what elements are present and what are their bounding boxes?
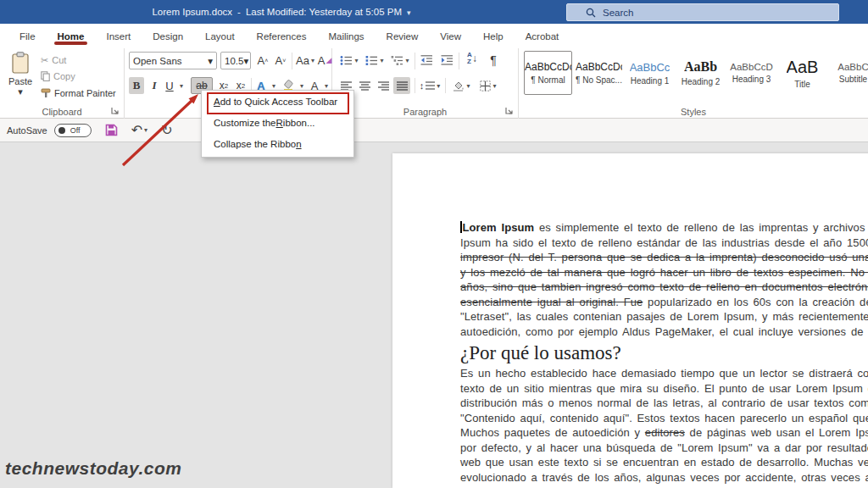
style-heading-2[interactable]: AaBbHeading 2 — [676, 51, 725, 95]
watermark-technewstoday: technewstoday.com — [5, 458, 181, 479]
align-right-button[interactable] — [375, 77, 392, 94]
tab-design[interactable]: Design — [142, 24, 194, 48]
doc-line: "Contenido aquí, contenido aquí". Estos … — [460, 411, 868, 426]
document-text[interactable]: Lorem Ipsum es simplemente el texto de r… — [460, 220, 868, 488]
document-page[interactable]: Lorem Ipsum es simplemente el texto de r… — [392, 153, 868, 488]
paste-button[interactable]: Paste ▾ — [5, 52, 36, 108]
copy-button[interactable]: Copy — [41, 69, 75, 84]
style-subtitle[interactable]: AaBbCSubtitle — [829, 51, 868, 95]
style-heading-3[interactable]: AaBbCcDHeading 3 — [727, 51, 776, 95]
autosave-state: Off — [70, 126, 81, 135]
strikethrough-text: editores — [645, 426, 685, 439]
doc-line: ejemplo insertándole humor y cosas por e… — [460, 485, 868, 488]
style-heading-1[interactable]: AaBbCcHeading 1 — [626, 51, 674, 95]
tab-acrobat[interactable]: Acrobat — [515, 24, 570, 48]
tab-label: References — [257, 31, 307, 42]
paragraph-group-label: Paragraph — [332, 107, 518, 117]
borders-button[interactable]: ▾ — [476, 77, 500, 94]
borders-grid-icon — [480, 80, 491, 92]
shading-button[interactable]: ▾ — [449, 77, 473, 94]
red-arrow-annotation — [110, 85, 212, 178]
tab-label: Acrobat — [526, 31, 559, 42]
tab-file[interactable]: File — [8, 24, 47, 48]
numbered-list-icon — [365, 55, 378, 66]
clipboard-group: Paste ▾ ✂ Cut Copy Format Painter — [0, 48, 125, 119]
show-paragraph-marks-button[interactable]: ¶ — [487, 52, 500, 69]
style-normal[interactable]: AaBbCcDc¶ Normal — [524, 51, 572, 95]
style-name: Heading 1 — [631, 76, 670, 86]
tab-insert[interactable]: Insert — [95, 24, 142, 48]
doc-line: evolucionado a través de los años, algun… — [460, 470, 868, 485]
tab-label: Home — [58, 31, 85, 42]
body-text: Ipsum ha sido el texto de relleno estánd… — [460, 236, 868, 249]
search-input[interactable]: Search — [566, 3, 839, 21]
body-text: Es un hecho establecido hace demasiado t… — [460, 367, 868, 380]
tab-view[interactable]: View — [429, 24, 472, 48]
paragraph-2: Es un hecho establecido hace demasiado t… — [460, 366, 868, 488]
menu-item-text: Customize the — [214, 118, 276, 128]
styles-group-label: Styles — [519, 107, 868, 117]
cut-button[interactable]: ✂ Cut — [41, 53, 66, 68]
grow-font-button[interactable]: A˄ — [254, 52, 271, 69]
justify-icon — [397, 81, 408, 91]
strikethrough-text: años, sino que tambien ingresó como text… — [460, 280, 868, 293]
tab-review[interactable]: Review — [376, 24, 430, 48]
tab-references[interactable]: References — [246, 24, 318, 48]
style-preview: AaB — [787, 58, 819, 77]
chevron-down-icon: ▾ — [311, 57, 314, 64]
doc-line: distribución más o menos normal de las l… — [460, 396, 868, 411]
tab-help[interactable]: Help — [472, 24, 515, 48]
chevron-down-icon[interactable]: ▾ — [407, 8, 411, 17]
doc-line: Ipsum ha sido el texto de relleno estánd… — [460, 236, 868, 251]
line-spacing-button[interactable]: ↕ ▾ — [417, 77, 442, 94]
increase-indent-button[interactable] — [437, 52, 456, 69]
tab-home[interactable]: Home — [47, 24, 96, 48]
copy-icon — [41, 71, 50, 81]
align-center-button[interactable] — [356, 77, 373, 94]
chevron-down-icon: ▾ — [466, 82, 470, 90]
strikethrough-text: esencialmente igual al original. Fue — [460, 296, 643, 308]
change-case-button[interactable]: Aa▾ — [294, 52, 316, 69]
chevron-down-icon: ▾ — [437, 82, 440, 90]
style-name: Subtitle — [839, 75, 867, 84]
tab-label: Design — [153, 31, 183, 42]
format-painter-button[interactable]: Format Painter — [41, 86, 116, 101]
numbering-button[interactable]: ▾ — [363, 52, 387, 69]
bullets-button[interactable]: ▾ — [337, 52, 361, 69]
justify-button[interactable] — [393, 77, 410, 94]
tab-label: File — [19, 31, 36, 42]
autosave-toggle[interactable]: Off — [54, 124, 92, 137]
body-text: "Contenido aquí, contenido aquí". Estos … — [460, 412, 868, 424]
shrink-font-button[interactable]: A˅ — [272, 52, 289, 69]
decrease-indent-button[interactable] — [417, 52, 436, 69]
doc-line: web que usan este texto si se encuentran… — [460, 455, 868, 470]
text-cursor — [460, 221, 462, 233]
clipboard-group-label: Clipboard — [0, 107, 124, 117]
style-title[interactable]: AaBTitle — [778, 51, 826, 95]
paragraph-group: ▾ ▾ ▾ — [332, 48, 519, 119]
paint-bucket-icon — [452, 80, 465, 92]
sort-button[interactable]: A Z ↓ — [461, 50, 483, 67]
autosave-label: AutoSave — [7, 125, 47, 136]
font-size-select[interactable]: 10.5 ▾ — [220, 52, 251, 69]
spacing-lines-icon — [426, 81, 435, 91]
multilevel-list-button[interactable]: ▾ — [388, 52, 412, 69]
menu-item-collapse-the-ribbon[interactable]: Collapse the Ribbon — [202, 133, 353, 154]
tab-mailings[interactable]: Mailings — [317, 24, 375, 48]
tab-layout[interactable]: Layout — [194, 24, 246, 48]
style-no-spac[interactable]: AaBbCcDc¶ No Spac... — [575, 51, 623, 95]
style-name: ¶ No Spac... — [576, 75, 622, 85]
doc-line: esencialmente igual al original. Fue pop… — [460, 295, 868, 310]
doc-line: por defecto, y al hacer una búsqueda de … — [460, 441, 868, 456]
chevron-down-icon: ▾ — [325, 82, 328, 90]
menu-item-text: Collapse the Ribbo — [214, 139, 296, 149]
paragraph-dialog-launcher[interactable] — [505, 107, 514, 115]
body-text: web que usan este texto si se encuentran… — [460, 456, 868, 469]
chevron-down-icon: ▾ — [300, 82, 303, 90]
font-name-select[interactable]: Open Sans ▾ — [129, 52, 217, 69]
clear-formatting-button[interactable]: A◢ — [318, 52, 331, 69]
menu-item-text: ibbon... — [283, 118, 315, 128]
menu-item-customize-the-ribbon[interactable]: Customize the Ribbon... — [202, 112, 353, 133]
body-text: Muchos paquetes de autoedición y — [460, 426, 645, 439]
doc-line: impresor (N. del T. persona que se dedic… — [460, 250, 868, 265]
